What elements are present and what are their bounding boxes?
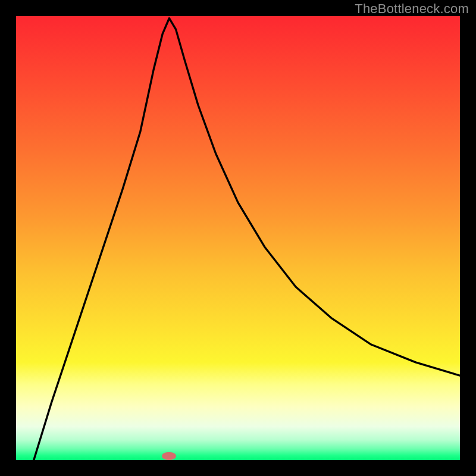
minimum-marker [162,452,176,460]
plot-area [16,16,460,460]
curve [16,16,460,460]
outer-frame: TheBottleneck.com [0,0,476,476]
watermark-text: TheBottleneck.com [355,1,469,17]
